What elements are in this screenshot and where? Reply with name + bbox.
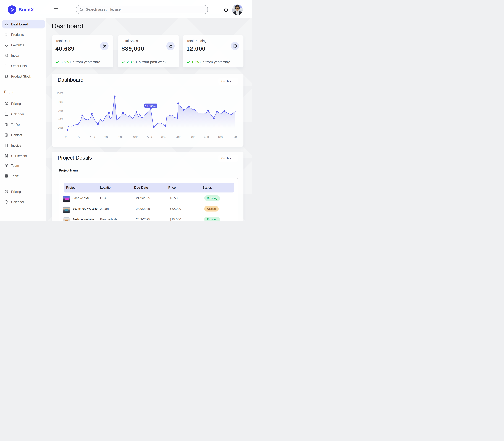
svg-text:17: 17 xyxy=(6,114,7,115)
svg-text:64,3664.77: 64,3664.77 xyxy=(145,105,156,107)
